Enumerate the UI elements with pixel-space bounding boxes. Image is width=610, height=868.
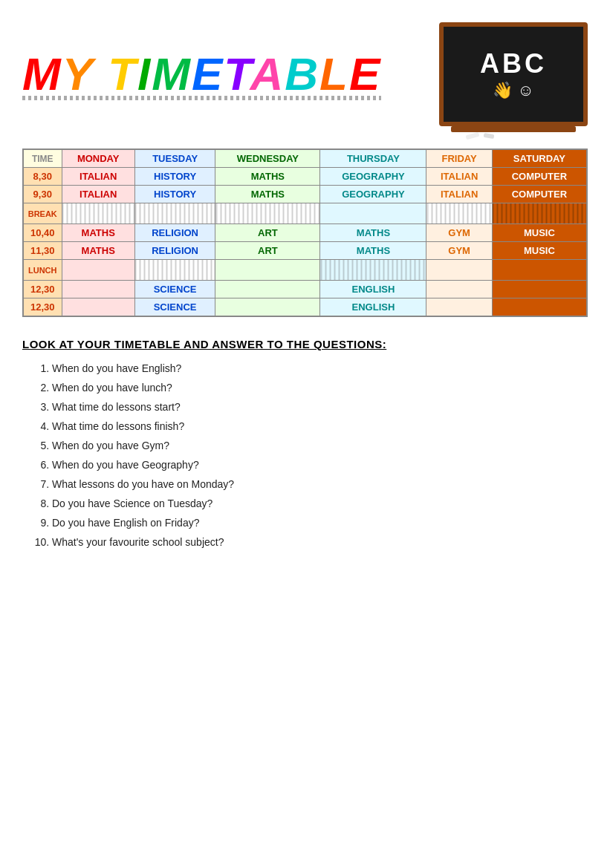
cell-tuesday-5: SCIENCE (134, 281, 215, 298)
cell-friday-6 (426, 298, 492, 317)
cell-monday-3: MATHS (62, 224, 134, 242)
table-row-lunch: LUNCH (23, 260, 587, 281)
cell-saturday-2: COMPUTER (492, 186, 587, 203)
title-letter-i1: I (137, 48, 152, 99)
cell-monday-break (62, 203, 134, 224)
cell-time-6: 12,30 (23, 298, 62, 317)
col-header-saturday: SATURDAY (492, 149, 587, 168)
cell-tuesday-break (134, 203, 215, 224)
questions-list: When do you have English? When do you ha… (22, 362, 588, 548)
table-row: 12,30 SCIENCE ENGLISH (23, 298, 587, 317)
cell-time-break: BREAK (23, 203, 62, 224)
cell-tuesday-lunch (134, 260, 215, 281)
cell-saturday-6 (492, 298, 587, 317)
title-letter-e: E (192, 48, 224, 99)
title-letter-t1: T (108, 48, 137, 99)
list-item: Do you have English on Friday? (52, 517, 588, 529)
list-item: What time do lessons start? (52, 401, 588, 413)
cell-tuesday-1: HISTORY (134, 168, 215, 186)
cell-friday-1: ITALIAN (426, 168, 492, 186)
col-header-thursday: THURSDAY (320, 149, 426, 168)
page-title: MY TIMETABLE (22, 51, 381, 97)
chalk-pieces (466, 134, 494, 138)
list-item: What lessons do you have on Monday? (52, 478, 588, 490)
title-letter-t2: T (224, 48, 250, 99)
cell-tuesday-2: HISTORY (134, 186, 215, 203)
cell-time-5: 12,30 (23, 281, 62, 298)
cell-wednesday-break (215, 203, 320, 224)
chalk-1 (466, 132, 480, 140)
chalk-2 (484, 133, 495, 139)
col-header-tuesday: TUESDAY (134, 149, 215, 168)
cell-friday-4: GYM (426, 242, 492, 260)
title-letter-m: M (22, 48, 62, 99)
cell-tuesday-6: SCIENCE (134, 298, 215, 317)
cell-friday-5 (426, 281, 492, 298)
list-item: When do you have Gym? (52, 440, 588, 451)
title-letter-e2: E (349, 48, 381, 99)
cell-wednesday-4: ART (215, 242, 320, 260)
blackboard-letters: ABC (480, 48, 547, 79)
cell-saturday-3: MUSIC (492, 224, 587, 242)
cell-friday-break (426, 203, 492, 224)
title-letter-l: L (319, 48, 349, 99)
table-row-break: BREAK (23, 203, 587, 224)
cell-thursday-4: MATHS (320, 242, 426, 260)
cell-saturday-4: MUSIC (492, 242, 587, 260)
col-header-friday: FRIDAY (426, 149, 492, 168)
table-row: 12,30 SCIENCE ENGLISH (23, 281, 587, 298)
cell-thursday-2: GEOGRAPHY (320, 186, 426, 203)
cell-wednesday-6 (215, 298, 320, 317)
page-header: MY TIMETABLE ABC 👋 ☺ (22, 22, 588, 126)
cell-tuesday-4: RELIGION (134, 242, 215, 260)
cell-thursday-3: MATHS (320, 224, 426, 242)
list-item: When do you have English? (52, 362, 588, 374)
timetable-wrapper: TIME MONDAY TUESDAY WEDNESDAY THURSDAY F… (22, 149, 588, 317)
blackboard-ledge (451, 126, 576, 132)
table-header-row: TIME MONDAY TUESDAY WEDNESDAY THURSDAY F… (23, 149, 587, 168)
cell-monday-1: ITALIAN (62, 168, 134, 186)
title-letter-a: A (250, 48, 285, 99)
cell-wednesday-1: MATHS (215, 168, 320, 186)
cell-saturday-5 (492, 281, 587, 298)
cell-monday-2: ITALIAN (62, 186, 134, 203)
cell-friday-3: GYM (426, 224, 492, 242)
list-item: What time do lessons finish? (52, 420, 588, 432)
list-item: What's your favourite school subject? (52, 536, 588, 548)
cell-monday-6 (62, 298, 134, 317)
cell-friday-lunch (426, 260, 492, 281)
cell-saturday-1: COMPUTER (492, 168, 587, 186)
cell-wednesday-5 (215, 281, 320, 298)
list-item: When do you have Geography? (52, 459, 588, 471)
cell-monday-lunch (62, 260, 134, 281)
table-row: 10,40 MATHS RELIGION ART MATHS GYM MUSIC (23, 224, 587, 242)
cell-thursday-lunch (320, 260, 426, 281)
list-item: When do you have lunch? (52, 382, 588, 394)
cell-thursday-6: ENGLISH (320, 298, 426, 317)
col-header-wednesday: WEDNESDAY (215, 149, 320, 168)
cell-friday-2: ITALIAN (426, 186, 492, 203)
cell-wednesday-lunch (215, 260, 320, 281)
cell-thursday-5: ENGLISH (320, 281, 426, 298)
cell-time-4: 11,30 (23, 242, 62, 260)
cell-thursday-break (320, 203, 426, 224)
table-row: 11,30 MATHS RELIGION ART MATHS GYM MUSIC (23, 242, 587, 260)
cell-tuesday-3: RELIGION (134, 224, 215, 242)
title-letter-y: Y (62, 48, 94, 99)
blackboard-figure: 👋 ☺ (493, 81, 534, 100)
cell-time-1: 8,30 (23, 168, 62, 186)
cell-monday-4: MATHS (62, 242, 134, 260)
cell-time-2: 9,30 (23, 186, 62, 203)
cell-thursday-1: GEOGRAPHY (320, 168, 426, 186)
title-letter-b: B (285, 48, 319, 99)
col-header-time: TIME (23, 149, 62, 168)
cell-saturday-break (492, 203, 587, 224)
questions-title: Look at your timetable and answer to the… (22, 338, 588, 350)
col-header-monday: MONDAY (62, 149, 134, 168)
timetable: TIME MONDAY TUESDAY WEDNESDAY THURSDAY F… (22, 149, 588, 317)
cell-wednesday-3: ART (215, 224, 320, 242)
cell-saturday-lunch (492, 260, 587, 281)
questions-section: Look at your timetable and answer to the… (22, 338, 588, 548)
cell-monday-5 (62, 281, 134, 298)
table-row: 9,30 ITALIAN HISTORY MATHS GEOGRAPHY ITA… (23, 186, 587, 203)
